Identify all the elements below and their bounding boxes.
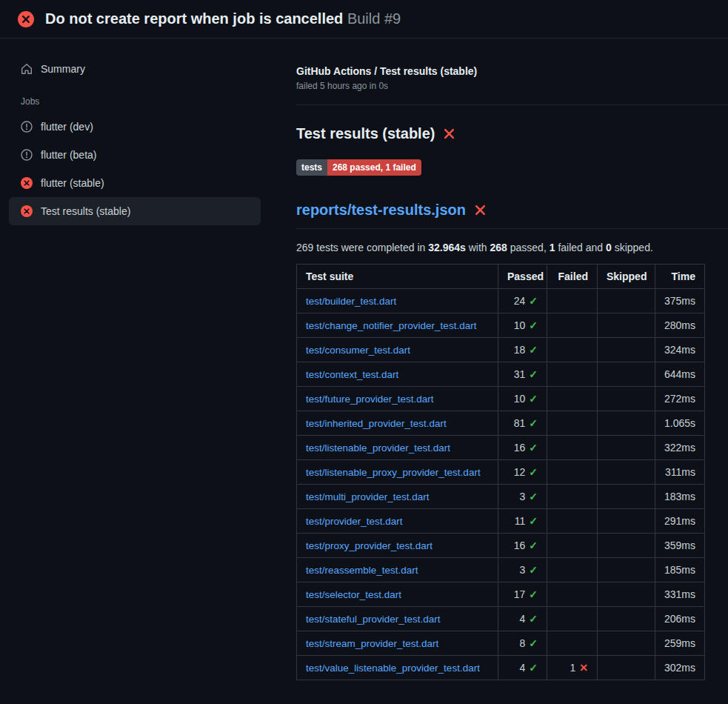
test-suite-link[interactable]: test/provider_test.dart bbox=[306, 516, 403, 527]
failed-cell bbox=[547, 362, 598, 387]
summary-text: failed and bbox=[555, 242, 607, 253]
time-cell: 375ms bbox=[655, 289, 705, 313]
test-suite-link[interactable]: test/inherited_provider_test.dart bbox=[306, 418, 447, 429]
time-cell: 206ms bbox=[655, 607, 705, 631]
time-cell: 311ms bbox=[655, 460, 705, 485]
test-suite-link[interactable]: test/builder_test.dart bbox=[306, 296, 396, 307]
skipped-cell bbox=[598, 289, 655, 313]
badge-label: tests bbox=[296, 159, 327, 176]
passed-cell: 31✓ bbox=[498, 362, 547, 387]
summary-duration: 32.964s bbox=[428, 242, 466, 253]
summary-passed-count: 268 bbox=[490, 242, 507, 253]
failed-cell bbox=[547, 313, 598, 338]
build-number: Build #9 bbox=[347, 10, 401, 27]
sidebar-summary-label: Summary bbox=[41, 63, 85, 75]
table-row: test/multi_provider_test.dart3✓183ms bbox=[297, 485, 705, 509]
failed-cross-icon bbox=[443, 127, 455, 140]
col-header-failed: Failed bbox=[547, 265, 598, 289]
passed-cell: 4✓ bbox=[498, 656, 547, 680]
run-title: Do not create report when job is cancell… bbox=[45, 10, 343, 27]
test-suite-link[interactable]: test/change_notifier_provider_test.dart bbox=[306, 320, 476, 331]
sidebar-item-test-results-stable[interactable]: Test results (stable) bbox=[9, 197, 261, 225]
time-cell: 644ms bbox=[655, 362, 705, 387]
check-icon: ✓ bbox=[529, 393, 538, 405]
skipped-cell bbox=[598, 362, 655, 387]
section-title: Test results (stable) bbox=[296, 125, 435, 142]
passed-cell: 3✓ bbox=[498, 485, 547, 509]
suite-cell: test/provider_test.dart bbox=[297, 509, 498, 534]
summary-text: with bbox=[466, 242, 490, 253]
failed-cell bbox=[547, 607, 598, 631]
report-file-link[interactable]: reports/test-results.json bbox=[296, 202, 466, 219]
sidebar-job-label: flutter (beta) bbox=[41, 149, 96, 161]
time-cell: 272ms bbox=[655, 387, 705, 411]
run-status-text: failed 5 hours ago in 0s bbox=[296, 81, 704, 91]
failed-cell bbox=[547, 509, 598, 534]
sidebar-item-flutter-beta[interactable]: flutter (beta) bbox=[9, 141, 261, 169]
failed-cell bbox=[547, 338, 598, 362]
passed-cell: 24✓ bbox=[498, 289, 547, 313]
test-suite-link[interactable]: test/value_listenable_provider_test.dart bbox=[306, 663, 480, 674]
passed-cell: 11✓ bbox=[498, 509, 547, 534]
failed-cell bbox=[547, 631, 598, 656]
table-row: test/provider_test.dart11✓291ms bbox=[297, 509, 705, 534]
sidebar-item-flutter-dev[interactable]: flutter (dev) bbox=[9, 113, 261, 141]
table-row: test/selector_test.dart17✓331ms bbox=[297, 582, 705, 607]
test-suite-link[interactable]: test/listenable_proxy_provider_test.dart bbox=[306, 467, 481, 478]
time-cell: 359ms bbox=[655, 534, 705, 558]
failed-cross-icon bbox=[474, 204, 487, 216]
time-cell: 322ms bbox=[655, 436, 705, 460]
test-suite-link[interactable]: test/proxy_provider_test.dart bbox=[306, 540, 433, 551]
passed-cell: 10✓ bbox=[498, 387, 547, 411]
failed-status-icon bbox=[18, 11, 34, 27]
table-row: test/change_notifier_provider_test.dart1… bbox=[297, 313, 705, 338]
sidebar-item-summary[interactable]: Summary bbox=[9, 55, 261, 83]
test-suite-link[interactable]: test/context_test.dart bbox=[306, 369, 398, 380]
suite-cell: test/stateful_provider_test.dart bbox=[297, 607, 498, 631]
col-header-skipped: Skipped bbox=[598, 265, 655, 289]
time-cell: 1.065s bbox=[655, 411, 705, 436]
sidebar-item-flutter-stable[interactable]: flutter (stable) bbox=[9, 169, 261, 197]
suite-cell: test/listenable_provider_test.dart bbox=[297, 436, 498, 460]
failed-cell bbox=[547, 411, 598, 436]
home-icon bbox=[21, 63, 33, 75]
table-row: test/listenable_proxy_provider_test.dart… bbox=[297, 460, 705, 485]
skipped-cell bbox=[598, 485, 655, 509]
check-icon: ✓ bbox=[529, 539, 538, 551]
summary-text: 269 tests were completed in bbox=[296, 242, 428, 253]
check-icon: ✓ bbox=[529, 491, 538, 502]
skipped-cell bbox=[598, 338, 655, 362]
failed-cell: 1✕ bbox=[547, 656, 598, 680]
failed-cell bbox=[547, 289, 598, 313]
skipped-cell bbox=[598, 558, 655, 582]
test-suite-link[interactable]: test/stream_provider_test.dart bbox=[306, 638, 438, 649]
summary-text: skipped. bbox=[612, 242, 653, 253]
skipped-cell bbox=[598, 460, 655, 485]
suite-cell: test/multi_provider_test.dart bbox=[297, 485, 498, 509]
sidebar-job-label: flutter (stable) bbox=[41, 177, 104, 189]
run-title-line: Do not create report when job is cancell… bbox=[45, 10, 401, 27]
test-suite-link[interactable]: test/multi_provider_test.dart bbox=[306, 491, 430, 502]
section-title-row: Test results (stable) bbox=[296, 125, 704, 142]
passed-cell: 4✓ bbox=[498, 607, 547, 631]
test-suite-link[interactable]: test/listenable_provider_test.dart bbox=[306, 442, 450, 454]
check-icon: ✓ bbox=[529, 637, 538, 649]
test-suite-link[interactable]: test/selector_test.dart bbox=[306, 589, 401, 600]
passed-cell: 8✓ bbox=[498, 631, 547, 656]
failed-cell bbox=[547, 485, 598, 509]
failed-status-icon bbox=[21, 177, 33, 189]
main-content: GitHub Actions / Test results (stable) f… bbox=[270, 39, 728, 695]
suite-cell: test/context_test.dart bbox=[297, 362, 498, 387]
sidebar: Summary Jobs flutter (dev) flutter (beta… bbox=[0, 39, 270, 240]
passed-cell: 16✓ bbox=[498, 534, 547, 558]
check-icon: ✓ bbox=[529, 368, 538, 380]
skipped-cell bbox=[598, 656, 655, 680]
test-suite-link[interactable]: test/consumer_test.dart bbox=[306, 345, 410, 356]
table-header-row: Test suite Passed Failed Skipped Time bbox=[297, 265, 705, 289]
test-suite-link[interactable]: test/future_provider_test.dart bbox=[306, 393, 434, 405]
failed-cell bbox=[547, 534, 598, 558]
test-suite-link[interactable]: test/reassemble_test.dart bbox=[306, 565, 418, 576]
check-icon: ✓ bbox=[529, 588, 538, 600]
failed-cell bbox=[547, 436, 598, 460]
test-suite-link[interactable]: test/stateful_provider_test.dart bbox=[306, 614, 441, 625]
